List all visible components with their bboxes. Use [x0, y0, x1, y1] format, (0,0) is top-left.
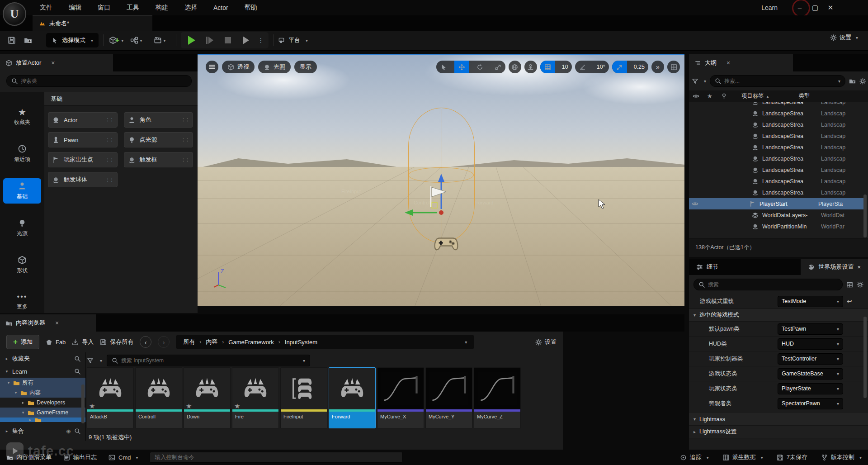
- place-item-trigger-sphere[interactable]: 触发球体⋮⋮: [48, 172, 118, 187]
- editor-mode-select[interactable]: 选择模式 ▾: [46, 33, 99, 47]
- outliner-row[interactable]: LandscapeStreaLandscap: [689, 176, 863, 187]
- tree-item-all[interactable]: ▾所有: [0, 378, 85, 388]
- details-search[interactable]: [693, 279, 843, 290]
- default-pawn-dropdown[interactable]: TestPawn▾: [778, 323, 843, 335]
- derived-data-button[interactable]: 派生数据 ▾: [722, 453, 763, 461]
- launch-button[interactable]: [238, 33, 254, 47]
- tab-outliner[interactable]: 大纲 ×: [689, 54, 793, 71]
- tree-item-developers[interactable]: ▸Developers: [0, 398, 85, 408]
- asset-tile[interactable]: ★Down: [184, 367, 231, 428]
- category-shapes[interactable]: 形状: [3, 252, 41, 278]
- cinematics-button[interactable]: ▾: [148, 33, 171, 47]
- favorites-header[interactable]: ▸收藏夹: [0, 352, 85, 365]
- close-icon[interactable]: ×: [55, 319, 59, 327]
- category-favorites[interactable]: ★收藏夹: [3, 105, 41, 129]
- place-actor-search-input[interactable]: [21, 78, 187, 84]
- show-flags-menu[interactable]: 显示: [294, 61, 317, 73]
- close-icon[interactable]: ×: [51, 59, 55, 66]
- outliner-row[interactable]: WorldPartitionMinWorldPar: [689, 221, 863, 232]
- save-all-button[interactable]: 保存所有: [100, 338, 133, 346]
- close-button[interactable]: ✕: [823, 1, 838, 14]
- filter-icon[interactable]: [87, 357, 94, 364]
- asset-tile[interactable]: MyCurve_Z: [474, 367, 521, 428]
- category-recent[interactable]: 最近项: [3, 141, 41, 166]
- section-lightmass[interactable]: ▾Lightmass: [689, 413, 868, 426]
- select-tool[interactable]: [436, 61, 451, 73]
- scale-snap-value[interactable]: 0.25: [630, 64, 648, 70]
- menu-file[interactable]: 文件: [32, 0, 61, 15]
- forward-button[interactable]: ›: [158, 336, 170, 348]
- outliner-row[interactable]: LandscapeStreaLandscap: [689, 130, 863, 142]
- stop-button[interactable]: [220, 33, 236, 47]
- category-lights[interactable]: 光源: [3, 215, 41, 241]
- collections-header[interactable]: ▸集合⊕: [0, 425, 85, 437]
- menu-help[interactable]: 帮助: [236, 0, 265, 15]
- frame-skip-button[interactable]: [202, 33, 218, 47]
- tab-world-settings[interactable]: 世界场景设置 ×: [801, 259, 868, 275]
- menu-edit[interactable]: 编辑: [61, 0, 90, 15]
- place-actor-search[interactable]: [6, 75, 192, 87]
- asset-tile[interactable]: FireInput: [280, 367, 327, 428]
- toolbar-settings-button[interactable]: 设置 ▾: [830, 33, 858, 42]
- section-selected-game-mode[interactable]: ▾选中的游戏模式: [689, 309, 868, 322]
- reset-to-default-icon[interactable]: ↩: [847, 298, 852, 305]
- unreal-logo[interactable]: U: [3, 2, 26, 26]
- world-local-toggle[interactable]: [509, 61, 521, 73]
- tree-item-content[interactable]: ▾内容: [0, 388, 85, 398]
- tree-scrollbar[interactable]: [81, 384, 85, 423]
- hud-dropdown[interactable]: HUD▾: [778, 338, 843, 350]
- spectator-dropdown[interactable]: SpectatorPawn▾: [778, 398, 843, 409]
- filter-icon[interactable]: [692, 78, 698, 85]
- search-icon[interactable]: [74, 356, 81, 362]
- outliner-row[interactable]: LandscapeStreaLandscap: [689, 142, 863, 153]
- back-button[interactable]: ‹: [140, 336, 151, 348]
- scale-tool[interactable]: [491, 61, 505, 73]
- category-more[interactable]: •••更多: [3, 289, 41, 314]
- perspective-select[interactable]: 透视: [222, 61, 255, 73]
- breadcrumb-all[interactable]: 所有: [183, 338, 195, 346]
- learn-link[interactable]: Learn: [761, 0, 778, 15]
- blueprints-button[interactable]: ▾: [124, 33, 148, 47]
- fab-button[interactable]: Fab: [46, 339, 66, 346]
- viewport-options-menu[interactable]: [206, 61, 218, 73]
- pin-icon[interactable]: [721, 93, 727, 100]
- move-tool[interactable]: [454, 61, 469, 73]
- scale-snap-toggle[interactable]: [612, 61, 627, 73]
- add-actor-button[interactable]: +▾: [108, 33, 124, 47]
- close-icon[interactable]: ×: [726, 59, 730, 66]
- game-state-dropdown[interactable]: GameStateBase▾: [778, 368, 843, 380]
- asset-tile[interactable]: ★AttackB: [87, 367, 134, 428]
- rotation-snap-toggle[interactable]: [575, 61, 590, 73]
- close-icon[interactable]: ×: [857, 264, 861, 270]
- outliner-scrollbar[interactable]: [863, 195, 867, 237]
- eye-icon[interactable]: [693, 93, 699, 100]
- player-state-dropdown[interactable]: PlayerState▾: [778, 383, 843, 394]
- details-scrollbar[interactable]: [863, 317, 867, 398]
- star-column-icon[interactable]: ★: [707, 93, 712, 100]
- add-folder-icon[interactable]: [849, 78, 856, 85]
- menu-select[interactable]: 选择: [176, 0, 205, 15]
- eye-icon[interactable]: [692, 200, 698, 207]
- learn-header[interactable]: ▾Learn: [0, 365, 85, 378]
- rotate-tool[interactable]: [472, 61, 487, 73]
- browse-content-button[interactable]: [20, 33, 36, 47]
- column-item-label[interactable]: 项目标签: [741, 92, 764, 100]
- platforms-button[interactable]: 平台 ▾: [278, 36, 308, 44]
- surface-snap-toggle[interactable]: [524, 61, 537, 73]
- search-icon[interactable]: [74, 428, 81, 435]
- player-controller-dropdown[interactable]: TestController▾: [778, 353, 843, 365]
- outliner-row[interactable]: LandscapeStreaLandscap: [689, 153, 863, 164]
- revision-control-button[interactable]: 版本控制 ▾: [821, 453, 862, 461]
- category-basic[interactable]: 基础: [3, 178, 41, 204]
- asset-tile[interactable]: Controll: [135, 367, 182, 428]
- place-item-character[interactable]: 角色⋮⋮: [124, 112, 193, 128]
- display-options-icon[interactable]: [846, 281, 853, 288]
- asset-tile[interactable]: MyCurve_Y: [425, 367, 472, 428]
- breadcrumb-inputsystem[interactable]: InputSystem: [285, 339, 317, 346]
- tree-item-gameframework[interactable]: ▾GameFrame: [0, 408, 85, 418]
- grid-snap-value[interactable]: 10: [558, 64, 572, 70]
- play-button[interactable]: [184, 33, 200, 47]
- unsaved-button[interactable]: 7未保存: [777, 453, 807, 461]
- cmd-selector[interactable]: Cmd ▾: [108, 454, 138, 461]
- place-item-pawn[interactable]: Pawn⋮⋮: [48, 132, 118, 147]
